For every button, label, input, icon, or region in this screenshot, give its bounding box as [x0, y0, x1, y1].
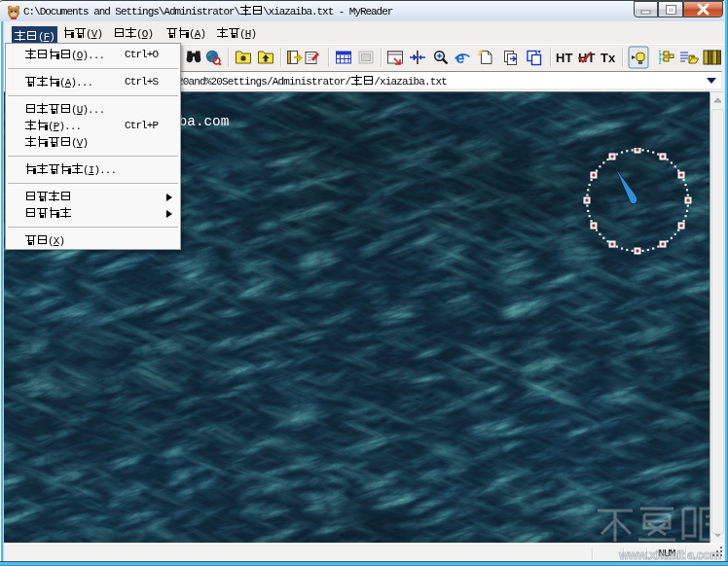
svg-text:HT: HT [556, 51, 572, 65]
svg-text:Tx: Tx [601, 51, 616, 65]
